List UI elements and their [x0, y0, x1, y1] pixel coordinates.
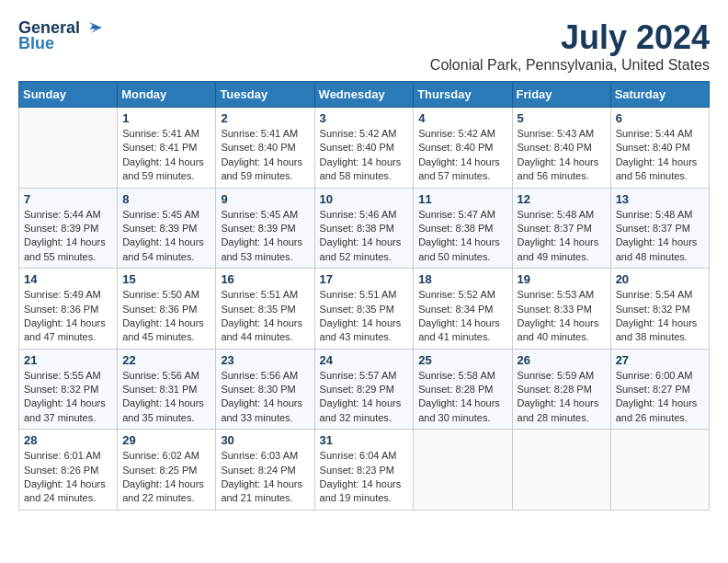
day-info: Sunrise: 5:45 AMSunset: 8:39 PMDaylight:… [221, 208, 309, 265]
calendar-day-cell: 17Sunrise: 5:51 AMSunset: 8:35 PMDayligh… [314, 269, 414, 350]
day-info: Sunrise: 5:50 AMSunset: 8:36 PMDaylight:… [122, 288, 210, 345]
day-info: Sunrise: 5:58 AMSunset: 8:28 PMDaylight:… [418, 369, 506, 426]
calendar-day-cell: 6Sunrise: 5:44 AMSunset: 8:40 PMDaylight… [610, 108, 709, 189]
day-info: Sunrise: 6:04 AMSunset: 8:23 PMDaylight:… [320, 449, 409, 506]
day-info: Sunrise: 5:48 AMSunset: 8:37 PMDaylight:… [616, 208, 704, 265]
calendar-day-cell: 27Sunrise: 6:00 AMSunset: 8:27 PMDayligh… [610, 349, 709, 430]
day-info: Sunrise: 6:01 AMSunset: 8:26 PMDaylight:… [24, 449, 112, 506]
day-number: 13 [616, 192, 704, 206]
day-number: 4 [418, 111, 506, 125]
title-area: July 2024 Colonial Park, Pennsylvania, U… [430, 18, 710, 74]
day-number: 1 [122, 111, 210, 125]
calendar-week-row: 7Sunrise: 5:44 AMSunset: 8:39 PMDaylight… [19, 188, 710, 269]
calendar-day-cell: 18Sunrise: 5:52 AMSunset: 8:34 PMDayligh… [414, 269, 512, 350]
calendar-day-cell: 14Sunrise: 5:49 AMSunset: 8:36 PMDayligh… [19, 269, 118, 350]
day-info: Sunrise: 5:43 AMSunset: 8:40 PMDaylight:… [518, 127, 606, 184]
weekday-header: Saturday [610, 82, 709, 108]
day-info: Sunrise: 5:54 AMSunset: 8:32 PMDaylight:… [616, 288, 704, 345]
calendar-day-cell: 26Sunrise: 5:59 AMSunset: 8:28 PMDayligh… [512, 349, 610, 430]
calendar-day-cell: 20Sunrise: 5:54 AMSunset: 8:32 PMDayligh… [610, 269, 709, 350]
day-info: Sunrise: 5:41 AMSunset: 8:41 PMDaylight:… [122, 127, 210, 184]
calendar-day-cell: 24Sunrise: 5:57 AMSunset: 8:29 PMDayligh… [314, 349, 414, 430]
day-info: Sunrise: 5:42 AMSunset: 8:40 PMDaylight:… [320, 127, 409, 184]
day-number: 17 [320, 272, 409, 286]
logo-text-blue: Blue [18, 34, 54, 53]
calendar-day-cell: 21Sunrise: 5:55 AMSunset: 8:32 PMDayligh… [19, 349, 118, 430]
calendar-day-cell: 11Sunrise: 5:47 AMSunset: 8:38 PMDayligh… [414, 188, 512, 269]
day-number: 6 [616, 111, 704, 125]
day-info: Sunrise: 5:51 AMSunset: 8:35 PMDaylight:… [320, 288, 409, 345]
calendar-table: SundayMondayTuesdayWednesdayThursdayFrid… [18, 81, 710, 511]
day-number: 30 [221, 433, 309, 447]
calendar-day-cell: 12Sunrise: 5:48 AMSunset: 8:37 PMDayligh… [512, 188, 610, 269]
day-number: 2 [221, 111, 309, 125]
logo: General Blue [18, 18, 102, 53]
day-number: 18 [418, 272, 506, 286]
calendar-week-row: 28Sunrise: 6:01 AMSunset: 8:26 PMDayligh… [19, 430, 710, 511]
weekday-header: Friday [512, 82, 610, 108]
day-number: 12 [518, 192, 606, 206]
calendar-day-cell [414, 430, 512, 511]
day-info: Sunrise: 5:44 AMSunset: 8:39 PMDaylight:… [24, 208, 112, 265]
calendar-day-cell: 30Sunrise: 6:03 AMSunset: 8:24 PMDayligh… [216, 430, 314, 511]
day-number: 20 [616, 272, 704, 286]
day-number: 19 [518, 272, 606, 286]
calendar-day-cell [512, 430, 610, 511]
day-info: Sunrise: 6:02 AMSunset: 8:25 PMDaylight:… [122, 449, 210, 506]
calendar-day-cell: 5Sunrise: 5:43 AMSunset: 8:40 PMDaylight… [512, 108, 610, 189]
day-info: Sunrise: 5:44 AMSunset: 8:40 PMDaylight:… [616, 127, 704, 184]
day-info: Sunrise: 5:47 AMSunset: 8:38 PMDaylight:… [418, 208, 506, 265]
calendar-day-cell: 8Sunrise: 5:45 AMSunset: 8:39 PMDaylight… [118, 188, 216, 269]
calendar-day-cell: 1Sunrise: 5:41 AMSunset: 8:41 PMDaylight… [118, 108, 216, 189]
day-number: 22 [122, 353, 210, 367]
calendar-day-cell: 25Sunrise: 5:58 AMSunset: 8:28 PMDayligh… [414, 349, 512, 430]
weekday-header: Tuesday [216, 82, 314, 108]
calendar-week-row: 21Sunrise: 5:55 AMSunset: 8:32 PMDayligh… [19, 349, 710, 430]
day-number: 28 [24, 433, 112, 447]
calendar-day-cell: 28Sunrise: 6:01 AMSunset: 8:26 PMDayligh… [19, 430, 118, 511]
calendar-day-cell: 15Sunrise: 5:50 AMSunset: 8:36 PMDayligh… [118, 269, 216, 350]
day-number: 31 [320, 433, 409, 447]
calendar-day-cell: 3Sunrise: 5:42 AMSunset: 8:40 PMDaylight… [314, 108, 414, 189]
day-number: 24 [320, 353, 409, 367]
day-info: Sunrise: 5:55 AMSunset: 8:32 PMDaylight:… [24, 369, 112, 426]
day-info: Sunrise: 5:42 AMSunset: 8:40 PMDaylight:… [418, 127, 506, 184]
day-number: 8 [122, 192, 210, 206]
day-number: 25 [418, 353, 506, 367]
day-info: Sunrise: 5:59 AMSunset: 8:28 PMDaylight:… [518, 369, 606, 426]
day-info: Sunrise: 5:52 AMSunset: 8:34 PMDaylight:… [418, 288, 506, 345]
calendar-day-cell: 9Sunrise: 5:45 AMSunset: 8:39 PMDaylight… [216, 188, 314, 269]
month-title: July 2024 [430, 18, 710, 57]
weekday-header: Wednesday [314, 82, 414, 108]
calendar-day-cell: 29Sunrise: 6:02 AMSunset: 8:25 PMDayligh… [118, 430, 216, 511]
calendar-day-cell: 2Sunrise: 5:41 AMSunset: 8:40 PMDaylight… [216, 108, 314, 189]
day-info: Sunrise: 6:00 AMSunset: 8:27 PMDaylight:… [616, 369, 704, 426]
calendar-week-row: 14Sunrise: 5:49 AMSunset: 8:36 PMDayligh… [19, 269, 710, 350]
day-number: 16 [221, 272, 309, 286]
day-number: 23 [221, 353, 309, 367]
day-number: 9 [221, 192, 309, 206]
day-info: Sunrise: 6:03 AMSunset: 8:24 PMDaylight:… [221, 449, 309, 506]
day-number: 15 [122, 272, 210, 286]
calendar-day-cell [610, 430, 709, 511]
day-info: Sunrise: 5:53 AMSunset: 8:33 PMDaylight:… [518, 288, 606, 345]
day-info: Sunrise: 5:49 AMSunset: 8:36 PMDaylight:… [24, 288, 112, 345]
day-number: 27 [616, 353, 704, 367]
day-info: Sunrise: 5:51 AMSunset: 8:35 PMDaylight:… [221, 288, 309, 345]
weekday-header: Sunday [19, 82, 118, 108]
day-info: Sunrise: 5:57 AMSunset: 8:29 PMDaylight:… [320, 369, 409, 426]
day-info: Sunrise: 5:46 AMSunset: 8:38 PMDaylight:… [320, 208, 409, 265]
calendar-day-cell [19, 108, 118, 189]
day-number: 26 [518, 353, 606, 367]
calendar-week-row: 1Sunrise: 5:41 AMSunset: 8:41 PMDaylight… [19, 108, 710, 189]
calendar-header-row: SundayMondayTuesdayWednesdayThursdayFrid… [19, 82, 710, 108]
day-info: Sunrise: 5:45 AMSunset: 8:39 PMDaylight:… [122, 208, 210, 265]
weekday-header: Thursday [414, 82, 512, 108]
day-number: 10 [320, 192, 409, 206]
page-header: General Blue July 2024 Colonial Park, Pe… [18, 18, 710, 74]
day-number: 21 [24, 353, 112, 367]
day-number: 29 [122, 433, 210, 447]
calendar-day-cell: 31Sunrise: 6:04 AMSunset: 8:23 PMDayligh… [314, 430, 414, 511]
day-info: Sunrise: 5:41 AMSunset: 8:40 PMDaylight:… [221, 127, 309, 184]
location-title: Colonial Park, Pennsylvania, United Stat… [430, 57, 710, 74]
